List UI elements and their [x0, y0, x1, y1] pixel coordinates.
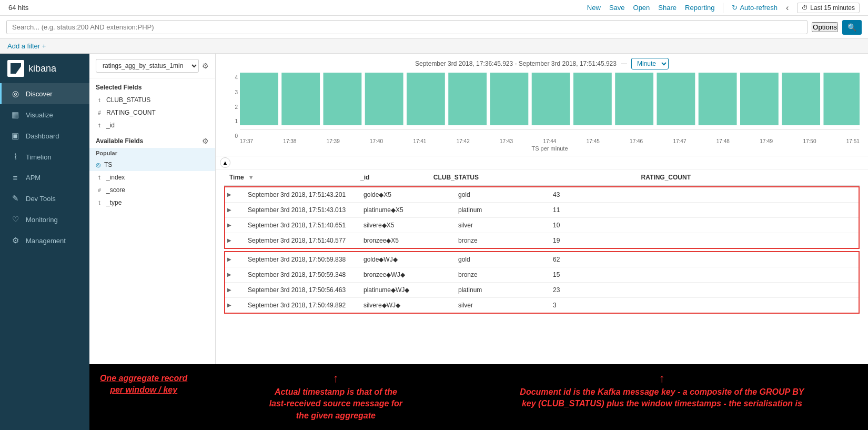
x-axis-title: TS per minute — [240, 145, 860, 152]
col-id[interactable]: _id — [355, 169, 428, 186]
sidebar-item-timelion[interactable]: ⌇ Timelion — [0, 146, 89, 167]
search-input[interactable] — [6, 20, 808, 34]
field-item-club-status[interactable]: t CLUB_STATUS — [89, 94, 215, 106]
right-panel: September 3rd 2018, 17:36:45.923 - Septe… — [216, 54, 868, 364]
svg-rect-12 — [740, 73, 779, 125]
cell-count: 62 — [548, 252, 859, 267]
field-type-badge: # — [96, 187, 103, 193]
x-axis-labels: 17:37 17:38 17:39 17:40 17:41 17:42 17:4… — [240, 138, 860, 144]
svg-rect-14 — [823, 73, 860, 125]
x-tick: 17:38 — [283, 138, 296, 144]
row-expand-button[interactable]: ▶ — [227, 256, 231, 262]
chart-container: September 3rd 2018, 17:36:45.923 - Septe… — [216, 54, 868, 156]
annotation-bl3: the given aggregate — [269, 410, 402, 422]
svg-rect-3 — [365, 73, 403, 125]
table-row: ▶ September 3rd 2018, 17:51:43.013 plati… — [225, 203, 859, 218]
field-type-badge: # — [96, 110, 103, 116]
field-type-badge: t — [96, 123, 103, 128]
field-name: _index — [106, 174, 125, 181]
field-item-id-selected[interactable]: t _id — [89, 119, 215, 132]
row-expand-button[interactable]: ▶ — [227, 302, 231, 308]
annotation-line1: One aggregate record — [100, 373, 187, 384]
row-expand-button[interactable]: ▶ — [227, 237, 231, 243]
nav-arrow-left[interactable]: ‹ — [786, 3, 789, 13]
row-expand-button[interactable]: ▶ — [227, 192, 231, 197]
cell-status: silver — [453, 298, 548, 314]
dashboard-icon: ▣ — [10, 131, 21, 141]
sidebar-item-management[interactable]: ⚙ Management — [0, 230, 89, 251]
y-axis-label: 4 — [235, 75, 238, 81]
cell-count: 3 — [548, 298, 859, 314]
index-settings-button[interactable]: ⚙ — [202, 62, 209, 70]
arrow-up-right: ↑ — [659, 373, 665, 384]
col-club-status[interactable]: CLUB_STATUS — [428, 169, 636, 186]
search-submit-button[interactable]: 🔍 — [842, 20, 862, 35]
share-button[interactable]: Share — [658, 4, 677, 12]
row-expand-button[interactable]: ▶ — [227, 222, 231, 228]
sidebar-item-discover[interactable]: ◎ Discover — [0, 83, 89, 104]
sidebar-item-dashboard[interactable]: ▣ Dashboard — [0, 125, 89, 146]
field-item-index[interactable]: t _index — [89, 171, 215, 184]
svg-rect-9 — [615, 73, 653, 125]
y-axis-label: 3 — [235, 89, 238, 95]
table-row: ▶ September 3rd 2018, 17:51:40.651 silve… — [225, 218, 859, 233]
sidebar-item-label: Timelion — [26, 153, 52, 161]
cell-time: September 3rd 2018, 17:51:43.013 — [243, 203, 358, 218]
apm-icon: ≡ — [10, 173, 21, 182]
chart-date-range: September 3rd 2018, 17:36:45.923 - Septe… — [415, 60, 617, 67]
cell-id: golde◆X5 — [358, 187, 453, 203]
field-name: _id — [106, 122, 115, 129]
table-row: ▶ September 3rd 2018, 17:50:59.838 golde… — [224, 251, 860, 316]
svg-rect-2 — [323, 73, 361, 125]
table-row: ▶ September 3rd 2018, 17:50:59.838 golde… — [225, 252, 859, 267]
cell-time: September 3rd 2018, 17:50:56.463 — [243, 283, 358, 298]
compass-icon: ◎ — [10, 89, 21, 98]
chart-collapse-button[interactable]: ▲ — [220, 157, 230, 168]
reporting-button[interactable]: Reporting — [685, 4, 714, 12]
refresh-icon: ↻ — [732, 4, 738, 12]
save-button[interactable]: Save — [609, 4, 625, 12]
x-tick: 17:45 — [587, 138, 600, 144]
row-expand-button[interactable]: ▶ — [227, 287, 231, 293]
field-item-score[interactable]: # _score — [89, 184, 215, 196]
cell-status: gold — [453, 187, 548, 203]
row-expand-button[interactable]: ▶ — [227, 207, 231, 213]
results-table-container: Time ▼ _id CLUB_STATUS RATING_COUNT — [216, 169, 868, 364]
sidebar-item-visualize[interactable]: ▦ Visualize — [0, 104, 89, 125]
annotation-br1: Document id is the Kafka message key - a… — [520, 386, 804, 398]
sidebar-item-label: Discover — [26, 90, 53, 98]
col-rating-count[interactable]: RATING_COUNT — [636, 169, 860, 186]
sidebar-item-monitoring[interactable]: ♡ Monitoring — [0, 209, 89, 230]
chart-interval-select[interactable]: Minute — [631, 58, 669, 69]
field-name: _type — [106, 199, 122, 206]
table-row: ▶ September 3rd 2018, 17:50:59.348 bronz… — [225, 267, 859, 283]
field-item-rating-count[interactable]: # RATING_COUNT — [89, 106, 215, 119]
gear-icon: ⚙ — [10, 236, 21, 245]
add-filter-button[interactable]: Add a filter + — [7, 42, 46, 50]
field-name: RATING_COUNT — [106, 109, 156, 116]
time-range-button[interactable]: ⏱ Last 15 minutes — [797, 3, 860, 13]
sidebar-item-label: Dev Tools — [26, 195, 56, 203]
sidebar-navigation: ◎ Discover ▦ Visualize ▣ Dashboard ⌇ Tim… — [0, 83, 89, 251]
x-tick: 17:42 — [457, 138, 470, 144]
kibana-logo-text: kibana — [28, 63, 56, 74]
cell-status: gold — [453, 252, 548, 267]
open-button[interactable]: Open — [633, 4, 650, 12]
options-button[interactable]: Options — [812, 22, 838, 32]
annotation-bl2: last-received source message for — [269, 398, 402, 409]
kibana-logo — [7, 60, 24, 77]
sidebar-item-apm[interactable]: ≡ APM — [0, 167, 89, 188]
field-item-ts[interactable]: ◎ TS — [89, 158, 215, 171]
available-fields-settings-button[interactable]: ⚙ — [202, 137, 209, 145]
index-pattern-dropdown[interactable]: ratings_agg_by_status_1min — [96, 59, 199, 73]
auto-refresh-button[interactable]: ↻ Auto-refresh — [732, 4, 778, 12]
sidebar-item-devtools[interactable]: ✎ Dev Tools — [0, 188, 89, 209]
x-tick: 17:51 — [846, 138, 860, 144]
svg-rect-8 — [573, 73, 612, 125]
field-item-type[interactable]: t _type — [89, 196, 215, 209]
x-tick: 17:50 — [803, 138, 816, 144]
row-expand-button[interactable]: ▶ — [227, 272, 231, 277]
col-time[interactable]: Time ▼ — [224, 169, 355, 186]
selected-fields-title: Selected Fields — [89, 78, 215, 94]
new-button[interactable]: New — [587, 4, 601, 12]
